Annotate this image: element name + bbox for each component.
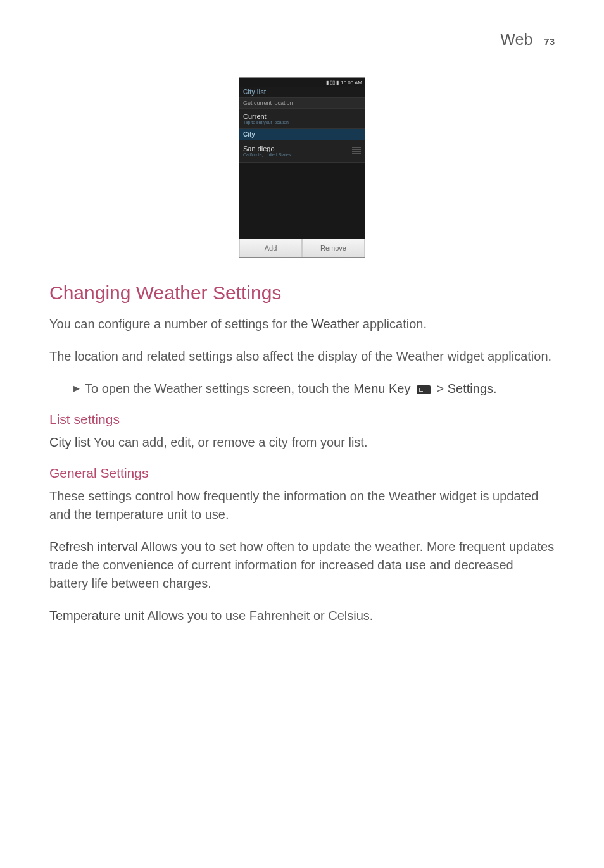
bullet-open-settings: ▶ To open the Weather settings screen, t… bbox=[73, 380, 555, 398]
paragraph-temperature-unit: Temperature unit Allows you to use Fahre… bbox=[49, 607, 555, 625]
document-page: Web 73 ▮ ▯▯ ▮ 10:00 AM City list Get cur… bbox=[0, 0, 604, 677]
button-row: Add Remove bbox=[239, 239, 365, 257]
text: application. bbox=[359, 317, 427, 331]
setting-label: Refresh interval bbox=[49, 540, 138, 554]
paragraph-general-desc: These settings control how frequently th… bbox=[49, 487, 555, 524]
drag-handle-icon[interactable] bbox=[352, 147, 361, 155]
screenshot-container: ▮ ▯▯ ▮ 10:00 AM City list Get current lo… bbox=[49, 77, 555, 258]
text: You can configure a number of settings f… bbox=[49, 317, 311, 331]
paragraph-widget: The location and related settings also a… bbox=[49, 347, 555, 366]
add-button[interactable]: Add bbox=[239, 239, 302, 257]
page-number: 73 bbox=[544, 36, 555, 47]
empty-list-area bbox=[239, 163, 365, 239]
section-heading: Changing Weather Settings bbox=[49, 282, 555, 304]
text: > bbox=[433, 381, 448, 395]
bullet-icon: ▶ bbox=[73, 380, 80, 398]
subheading-general-settings: General Settings bbox=[49, 466, 555, 481]
phone-screenshot: ▮ ▯▯ ▮ 10:00 AM City list Get current lo… bbox=[239, 77, 365, 258]
section-get-current: Get current location bbox=[239, 97, 365, 109]
status-bar: ▮ ▯▯ ▮ 10:00 AM bbox=[239, 78, 365, 87]
menu-key-label: Menu Key bbox=[353, 381, 410, 395]
setting-label: City list bbox=[49, 435, 90, 449]
signal-icon: ▮ ▯▯ ▮ bbox=[326, 80, 339, 85]
text: To open the Weather settings screen, tou… bbox=[85, 381, 353, 395]
current-title: Current bbox=[243, 113, 361, 120]
bullet-text: To open the Weather settings screen, tou… bbox=[85, 380, 497, 398]
paragraph-refresh-interval: Refresh interval Allows you to set how o… bbox=[49, 538, 555, 593]
text: Allows you to use Fahrenheit or Celsius. bbox=[144, 609, 373, 623]
city-row[interactable]: San diego California, United States bbox=[239, 140, 365, 163]
text: . bbox=[493, 381, 497, 395]
paragraph-city-list: City list You can add, edit, or remove a… bbox=[49, 433, 555, 452]
status-time: 10:00 AM bbox=[341, 80, 362, 85]
city-section-header: City bbox=[239, 129, 365, 140]
page-header: Web 73 bbox=[49, 30, 555, 53]
city-name: San diego bbox=[243, 145, 291, 152]
setting-label: Temperature unit bbox=[49, 609, 144, 623]
menu-key-icon bbox=[417, 385, 431, 394]
paragraph-intro: You can configure a number of settings f… bbox=[49, 315, 555, 333]
text: You can add, edit, or remove a city from… bbox=[90, 435, 367, 449]
settings-label: Settings bbox=[448, 381, 493, 395]
remove-button[interactable]: Remove bbox=[302, 239, 365, 257]
screen-title: City list bbox=[239, 87, 365, 97]
subheading-list-settings: List settings bbox=[49, 412, 555, 427]
current-location-row[interactable]: Current Tap to set your location bbox=[239, 109, 365, 129]
city-sub: California, United States bbox=[243, 152, 291, 157]
header-title: Web bbox=[500, 30, 532, 49]
app-name: Weather bbox=[311, 317, 359, 331]
current-sub: Tap to set your location bbox=[243, 120, 361, 125]
